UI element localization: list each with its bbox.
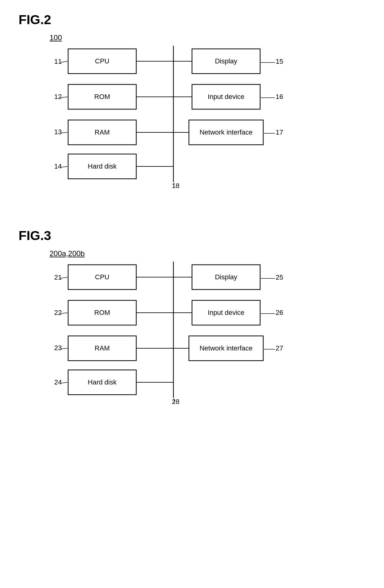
svg-text:12: 12 [54, 93, 62, 101]
svg-text:Network interface: Network interface [199, 128, 252, 136]
svg-text:17: 17 [276, 128, 283, 136]
svg-text:14: 14 [54, 162, 62, 170]
svg-text:ROM: ROM [94, 309, 110, 316]
svg-text:25: 25 [276, 273, 283, 281]
svg-text:16: 16 [276, 93, 283, 101]
fig2-section: FIG.2 100 CPU 11 ROM 12 [19, 12, 365, 210]
svg-text:21: 21 [54, 273, 62, 281]
svg-text:26: 26 [276, 309, 283, 316]
svg-text:18: 18 [172, 182, 179, 190]
fig3-section: FIG.3 200a,200b CPU 21 ROM 22 [19, 228, 365, 426]
svg-text:22: 22 [54, 309, 62, 316]
fig2-diagram: CPU 11 ROM 12 RAM 13 Ha [31, 30, 310, 210]
svg-text:Display: Display [215, 273, 237, 281]
svg-text:CPU: CPU [95, 57, 109, 65]
fig3-title: FIG.3 [19, 228, 365, 243]
svg-text:23: 23 [54, 344, 62, 352]
fig3-diagram: CPU 21 ROM 22 RAM 23 Hard disk [31, 246, 310, 426]
svg-text:Input device: Input device [208, 93, 245, 101]
svg-text:Input device: Input device [208, 309, 245, 316]
svg-text:15: 15 [276, 58, 283, 65]
svg-text:RAM: RAM [95, 128, 110, 136]
svg-text:CPU: CPU [95, 273, 109, 281]
svg-text:27: 27 [276, 344, 283, 352]
svg-text:Display: Display [215, 57, 237, 65]
svg-text:Hard disk: Hard disk [88, 162, 117, 170]
svg-text:RAM: RAM [95, 344, 110, 352]
svg-text:13: 13 [54, 128, 62, 136]
svg-text:Hard disk: Hard disk [88, 378, 117, 386]
svg-text:28: 28 [172, 398, 179, 406]
svg-text:Network interface: Network interface [199, 344, 252, 352]
svg-text:11: 11 [54, 58, 62, 65]
fig2-title: FIG.2 [19, 12, 365, 27]
svg-text:ROM: ROM [94, 93, 110, 101]
svg-text:24: 24 [54, 378, 62, 386]
